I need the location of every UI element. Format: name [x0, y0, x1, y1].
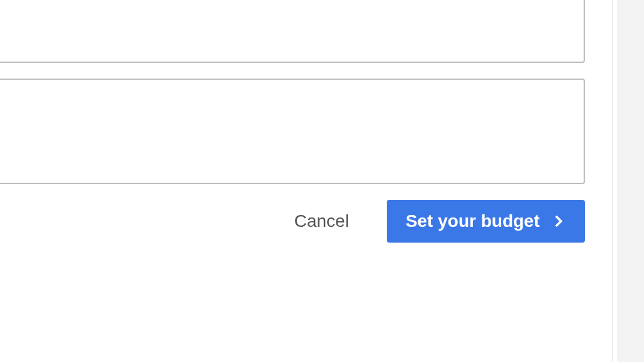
input-panel-upper[interactable] [0, 0, 585, 63]
right-sidebar [617, 0, 644, 362]
button-row: Cancel Set your budget [0, 200, 585, 243]
divider [612, 0, 617, 362]
primary-button-label: Set your budget [406, 211, 540, 231]
cancel-button[interactable]: Cancel [287, 206, 357, 236]
input-panel-lower[interactable] [0, 79, 585, 184]
set-your-budget-button[interactable]: Set your budget [387, 200, 585, 243]
main-content: Cancel Set your budget [0, 0, 611, 362]
chevron-right-icon [551, 214, 566, 229]
